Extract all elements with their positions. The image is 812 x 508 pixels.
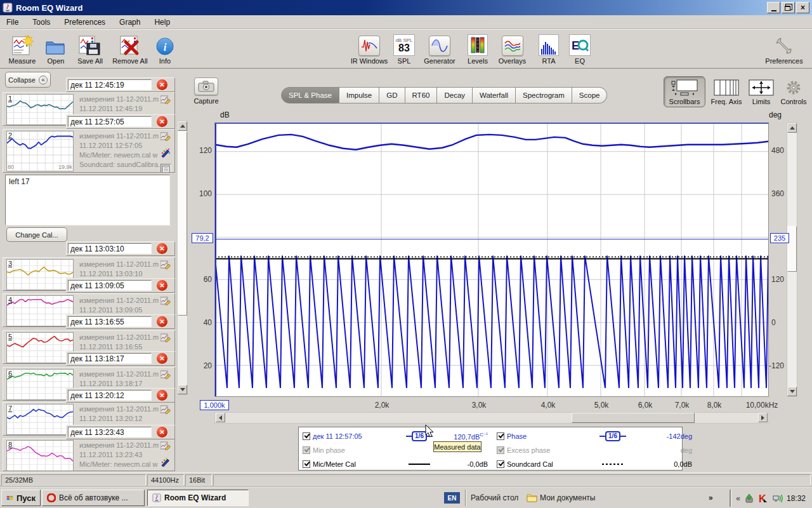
menu-graph[interactable]: Graph xyxy=(119,18,140,27)
measurement-name-input[interactable] xyxy=(68,316,152,327)
delete-measurement-button[interactable]: ✕ xyxy=(157,390,167,401)
overlays-button[interactable]: Overlays xyxy=(495,33,530,65)
measure-button[interactable]: Measure xyxy=(4,33,41,65)
right-tick-360: 360 xyxy=(771,189,784,198)
close-button[interactable]: × xyxy=(796,2,809,13)
change-cal-button[interactable]: Change Cal... xyxy=(6,227,67,242)
trace-colour-icon[interactable] xyxy=(160,457,171,469)
measurement-checkbox[interactable] xyxy=(303,432,310,440)
edit-measurement-icon[interactable] xyxy=(160,131,171,144)
eq-button[interactable]: E EQ xyxy=(568,33,591,65)
info-label: Info xyxy=(159,57,171,65)
tray-network-icon[interactable] xyxy=(772,493,783,504)
scroll-up-button[interactable] xyxy=(787,123,797,133)
save-all-button[interactable]: Save All xyxy=(74,33,107,65)
delete-measurement-button[interactable]: ✕ xyxy=(157,79,167,90)
controls-button[interactable]: Controls xyxy=(778,79,809,105)
rta-button[interactable]: RTA xyxy=(537,33,560,65)
menu-tools[interactable]: Tools xyxy=(32,18,50,27)
ir-windows-button[interactable]: IR Windows xyxy=(350,33,389,65)
measurement-name-input[interactable] xyxy=(68,116,152,127)
restore-button[interactable] xyxy=(782,2,795,13)
delete-measurement-button[interactable]: ✕ xyxy=(157,280,167,291)
edit-measurement-icon[interactable] xyxy=(160,440,171,453)
scroll-right-button[interactable] xyxy=(758,413,768,422)
tray-updater-icon[interactable] xyxy=(744,493,754,504)
collapse-button[interactable]: Collapse « xyxy=(5,72,51,88)
tray-collapse-chevron[interactable]: « xyxy=(736,494,740,503)
tab-scope[interactable]: Scope xyxy=(572,87,608,104)
my-documents-toolbar-label[interactable]: Мои документы xyxy=(540,493,595,502)
taskbar-task-rew[interactable]: Room EQ Wizard xyxy=(147,490,249,506)
toolbar-chevron[interactable]: » xyxy=(709,493,713,502)
tab-rt60[interactable]: RT60 xyxy=(405,87,438,104)
scroll-down-button[interactable] xyxy=(178,385,187,394)
freq-scroll-thumb[interactable] xyxy=(572,413,695,423)
measurement-name-input[interactable] xyxy=(68,79,152,90)
taskbar-task-opera[interactable]: Всё об автозвуке ... xyxy=(42,490,145,506)
info-button[interactable]: i Info xyxy=(152,33,178,65)
scroll-up-button[interactable] xyxy=(178,121,187,131)
menu-file[interactable]: File xyxy=(6,18,18,27)
edit-measurement-icon[interactable] xyxy=(160,404,171,417)
excess-phase-checkbox[interactable] xyxy=(497,446,504,454)
freq-axis-button[interactable]: Freq. Axis xyxy=(707,79,746,105)
tab-decay[interactable]: Decay xyxy=(437,87,473,104)
capture-button[interactable] xyxy=(194,77,218,95)
menu-preferences[interactable]: Preferences xyxy=(64,18,105,27)
measurement-name-input[interactable] xyxy=(68,280,152,291)
freq-scrollbar[interactable] xyxy=(214,412,769,424)
generator-button[interactable]: Generator xyxy=(421,33,459,65)
measurement-name-input[interactable] xyxy=(68,427,152,438)
mic-cal-checkbox[interactable] xyxy=(303,460,310,468)
level-scrollbar[interactable] xyxy=(787,123,797,397)
spl-button[interactable]: dB SPL 83 SPL xyxy=(392,33,416,65)
sidebar-scroll-thumb[interactable] xyxy=(178,131,187,316)
desktop-toolbar-label[interactable]: Рабочий стол xyxy=(471,493,518,502)
measurement-name-input[interactable] xyxy=(68,243,152,254)
delete-measurement-button[interactable]: ✕ xyxy=(157,353,167,364)
delete-measurement-button[interactable]: ✕ xyxy=(157,243,167,254)
delete-measurement-button[interactable]: ✕ xyxy=(157,116,167,127)
tab-gd[interactable]: GD xyxy=(379,87,405,104)
measurement-name-input[interactable] xyxy=(68,390,152,401)
spl-phase-plot[interactable] xyxy=(214,123,769,397)
sidebar-scrollbar[interactable] xyxy=(177,121,188,395)
preferences-button[interactable]: Preferences xyxy=(763,33,805,65)
minimize-button[interactable] xyxy=(767,2,780,13)
delete-measurement-button[interactable]: ✕ xyxy=(157,316,167,327)
measurement-name-input[interactable] xyxy=(68,353,152,364)
limits-button[interactable]: Limits xyxy=(747,79,775,105)
open-button[interactable]: Open xyxy=(41,33,71,65)
tab-impulse[interactable]: Impulse xyxy=(339,87,379,104)
language-indicator[interactable]: EN xyxy=(444,492,460,504)
soundcard-cal-checkbox[interactable] xyxy=(497,460,504,468)
edit-measurement-icon[interactable] xyxy=(160,369,171,382)
delete-measurement-button[interactable]: ✕ xyxy=(157,427,167,438)
smoothing-control[interactable]: 1/6 xyxy=(396,431,442,441)
measurement-panel-2-selected[interactable]: 2 80 19,9k измерения 11-12-2011.m11.12.2… xyxy=(3,129,175,173)
tab-waterfall[interactable]: Waterfall xyxy=(473,87,516,104)
trace-colour-icon[interactable] xyxy=(160,147,171,160)
tray-clock[interactable]: 18:32 xyxy=(787,494,806,503)
phase-checkbox[interactable] xyxy=(497,432,504,440)
scrollbars-button[interactable]: Scrollbars xyxy=(664,76,705,107)
scroll-down-button[interactable] xyxy=(787,387,797,396)
measurement-panel-8[interactable]: 8 измерения 11-12-2011.m11.12.2011 13:23… xyxy=(3,438,175,471)
notes-textarea[interactable]: left 17 xyxy=(5,175,170,225)
tab-spectrogram[interactable]: Spectrogram xyxy=(516,87,572,104)
tray-kaspersky-icon[interactable]: K xyxy=(758,493,768,504)
levels-button[interactable]: 0369 Levels xyxy=(465,33,490,65)
notes-icon[interactable] xyxy=(160,164,171,173)
min-phase-checkbox[interactable] xyxy=(303,446,310,454)
phase-smoothing-control[interactable]: 1/6 xyxy=(579,431,646,441)
edit-measurement-icon[interactable] xyxy=(160,94,171,107)
scroll-left-button[interactable] xyxy=(216,413,225,422)
tab-spl-phase[interactable]: SPL & Phase xyxy=(281,87,339,104)
edit-measurement-icon[interactable] xyxy=(160,259,171,272)
start-button[interactable]: Пуск xyxy=(1,490,41,506)
remove-all-button[interactable]: Remove All xyxy=(109,33,151,65)
menu-help[interactable]: Help xyxy=(154,18,170,27)
edit-measurement-icon[interactable] xyxy=(160,332,171,345)
edit-measurement-icon[interactable] xyxy=(160,295,171,308)
